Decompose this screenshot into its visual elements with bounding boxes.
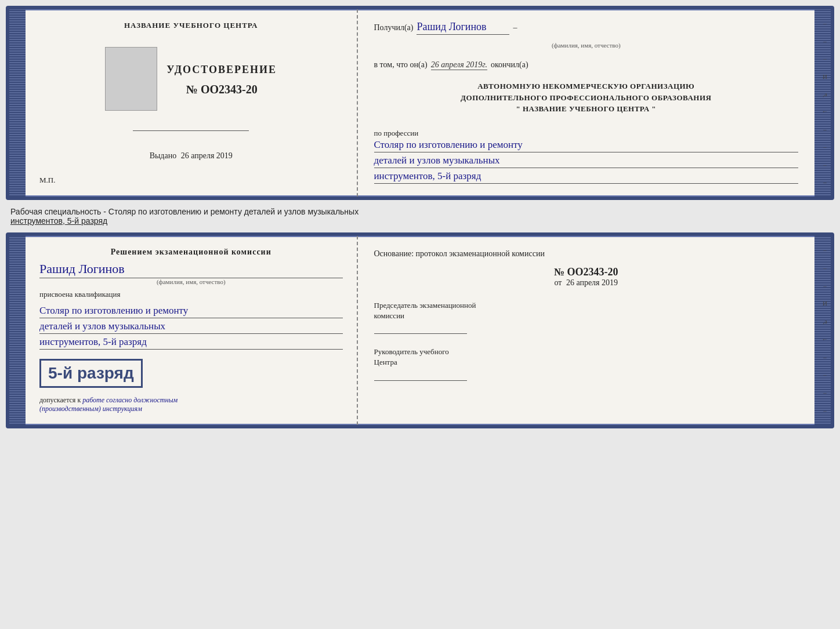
- bottom-prof-line3: инструментов, 5-й разряд: [39, 336, 343, 350]
- profession-label: по профессии: [374, 129, 419, 137]
- binding-right-top: [814, 9, 831, 197]
- binding-left-bottom: [9, 236, 26, 425]
- received-name: Рашид Логинов: [417, 21, 509, 35]
- profession-line3: инструментов, 5-й разряд: [374, 170, 799, 184]
- director-block: Руководитель учебного Центра: [374, 347, 799, 380]
- bottom-name-subtext: (фамилия, имя, отчество): [39, 278, 343, 285]
- specialty-line1: Рабочая специальность - Столяр по изгото…: [10, 207, 359, 216]
- profession-line1: Столяр по изготовлению и ремонту: [374, 139, 799, 152]
- chairman-label: Председатель экзаменационной комиссии: [374, 300, 799, 321]
- protocol-number: № OO2343-20: [374, 266, 799, 278]
- bottom-left-panel: Решением экзаменационной комиссии Рашид …: [26, 236, 358, 425]
- org-line3: " НАЗВАНИЕ УЧЕБНОГО ЦЕНТРА ": [374, 103, 799, 115]
- cert-number: № OO2343-20: [186, 83, 258, 96]
- bottom-prof-line1: Столяр по изготовлению и ремонту: [39, 305, 343, 318]
- issued-line: Выдано 26 апреля 2019: [150, 151, 233, 161]
- top-left-panel: НАЗВАНИЕ УЧЕБНОГО ЦЕНТРА УДОСТОВЕРЕНИЕ №…: [26, 9, 358, 197]
- top-right-panel: Получил(а) Рашид Логинов – (фамилия, имя…: [358, 9, 815, 197]
- director-label: Руководитель учебного Центра: [374, 347, 799, 368]
- date-row: в том, что он(а) 26 апреля 2019г. окончи…: [374, 60, 799, 70]
- rank-text: 5-й разряд: [48, 364, 134, 382]
- protocol-section: № OO2343-20 от 26 апреля 2019: [374, 266, 799, 288]
- protocol-date: от 26 апреля 2019: [374, 278, 799, 288]
- binding-right-bottom: [814, 236, 831, 425]
- cert-label: УДОСТОВЕРЕНИЕ: [166, 64, 277, 76]
- protocol-date-value: 26 апреля 2019: [566, 278, 618, 287]
- received-label: Получил(а): [374, 23, 414, 32]
- director-sig-line: [374, 370, 467, 381]
- allowed-prefix: допускается к: [39, 396, 81, 404]
- chairman-block: Председатель экзаменационной комиссии: [374, 300, 799, 334]
- org-text: АВТОНОМНУЮ НЕКОММЕРЧЕСКУЮ ОРГАНИЗАЦИЮ ДО…: [374, 81, 799, 115]
- allowed-value: работе согласно должностным: [82, 396, 178, 404]
- org-line1: АВТОНОМНУЮ НЕКОММЕРЧЕСКУЮ ОРГАНИЗАЦИЮ: [374, 81, 799, 92]
- profession-lines: Столяр по изготовлению и ремонту деталей…: [374, 138, 799, 185]
- allowed-section: допускается к работе согласно должностны…: [39, 396, 343, 413]
- bottom-profession-lines: Столяр по изготовлению и ремонту деталей…: [39, 304, 343, 351]
- bottom-prof-line2: деталей и узлов музыкальных: [39, 321, 343, 334]
- bottom-right-panel: Основание: протокол экзаменационной коми…: [358, 236, 815, 425]
- basis-text: Основание: протокол экзаменационной коми…: [374, 248, 799, 260]
- bottom-name: Рашид Логинов: [39, 261, 343, 278]
- bottom-name-section: Рашид Логинов (фамилия, имя, отчество): [39, 261, 343, 285]
- specialty-line2: инструментов, 5-й разряд: [10, 216, 107, 226]
- photo-placeholder: [105, 47, 157, 111]
- chairman-sig-line: [374, 323, 467, 334]
- binding-left-top: [9, 9, 26, 197]
- date-prefix: в том, что он(а): [374, 60, 428, 70]
- profession-line2: деталей и узлов музыкальных: [374, 155, 799, 168]
- issued-date: 26 апреля 2019: [181, 151, 233, 160]
- date-value: 26 апреля 2019г.: [431, 60, 487, 70]
- specialty-text: Рабочая специальность - Столяр по изгото…: [6, 205, 834, 228]
- received-row: Получил(а) Рашид Логинов –: [374, 21, 799, 35]
- divider-line: [133, 130, 249, 131]
- assigned-label: присвоена квалификация: [39, 290, 343, 299]
- protocol-date-prefix: от: [554, 278, 562, 287]
- date-suffix: окончил(а): [491, 60, 528, 70]
- name-subtext-top: (фамилия, имя, отчество): [374, 42, 799, 49]
- rank-box: 5-й разряд: [39, 359, 143, 388]
- org-line2: ДОПОЛНИТЕЛЬНОГО ПРОФЕССИОНАЛЬНОГО ОБРАЗО…: [374, 92, 799, 104]
- top-school-name: НАЗВАНИЕ УЧЕБНОГО ЦЕНТРА: [124, 21, 258, 30]
- profession-section: по профессии Столяр по изготовлению и ре…: [374, 128, 799, 185]
- commission-label: Решением экзаменационной комиссии: [39, 248, 343, 257]
- bottom-certificate-card: Решением экзаменационной комиссии Рашид …: [6, 232, 834, 428]
- top-certificate-card: НАЗВАНИЕ УЧЕБНОГО ЦЕНТРА УДОСТОВЕРЕНИЕ №…: [6, 6, 834, 200]
- page-wrapper: НАЗВАНИЕ УЧЕБНОГО ЦЕНТРА УДОСТОВЕРЕНИЕ №…: [6, 6, 834, 428]
- mp-label: М.П.: [39, 176, 55, 185]
- issued-label: Выдано: [150, 151, 177, 160]
- allowed-value2: (производственным) инструкциям: [39, 405, 142, 413]
